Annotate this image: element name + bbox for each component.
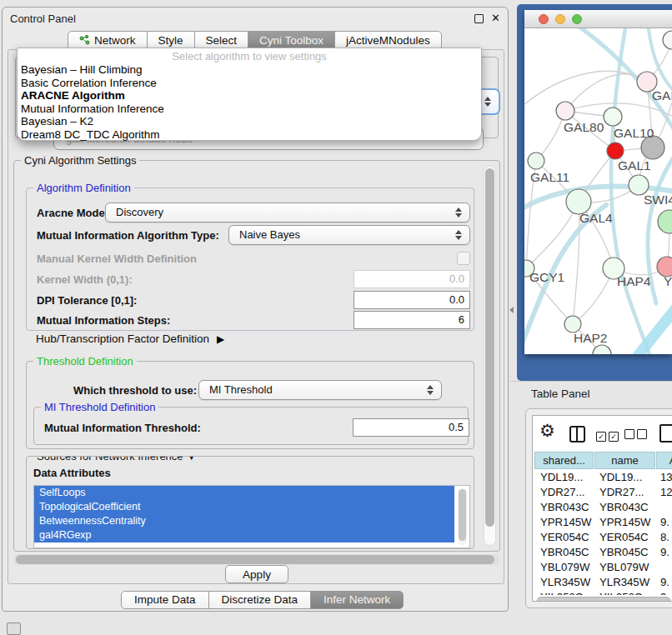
mi-steps-label: Mutual Information Steps: <box>37 314 170 327</box>
node-gal80[interactable] <box>556 102 574 120</box>
node-label-gal: GAL <box>652 88 672 102</box>
table-cell: YDR27... <box>534 485 594 500</box>
float-window-icon[interactable] <box>474 14 484 23</box>
network-view-window: GALGAL80GAL10GAL1GAL11SWI4GAL4GCY1HAP4YH… <box>524 10 672 354</box>
table-row[interactable]: YBL079WYBL079W <box>534 560 672 575</box>
select-all-icon[interactable]: ✓✓ <box>596 429 621 442</box>
attribute-betweennesscentrality[interactable]: BetweennessCentrality <box>34 514 454 528</box>
which-threshold-combobox[interactable]: MI Threshold <box>198 380 442 400</box>
dropdown-option-mutual-information-inference[interactable]: Mutual Information Inference <box>18 102 481 116</box>
node-hap2[interactable] <box>564 316 581 332</box>
table-cell: YPR145W <box>534 515 594 530</box>
table-horizontal-scrollbar-thumb[interactable] <box>537 597 670 602</box>
attributes-list-scrollbar[interactable] <box>458 488 467 545</box>
sources-group: Sources for Network Inference ▼ Data Att… <box>26 456 474 549</box>
combo-arrows-icon <box>455 208 463 218</box>
node-label-gal11: GAL11 <box>530 170 569 184</box>
settings-vertical-scrollbar-thumb[interactable] <box>485 168 494 527</box>
apply-button[interactable]: Apply <box>225 565 288 583</box>
panel-divider <box>510 381 672 382</box>
node-green-right[interactable] <box>658 210 672 233</box>
table-header-row: shared...nameA <box>534 452 672 469</box>
mi-steps-field[interactable]: 6 <box>354 311 470 329</box>
dpi-tolerance-label: DPI Tolerance [0,1]: <box>37 294 137 307</box>
data-attributes-list[interactable]: SelfLoopsTopologicalCoefficientBetweenne… <box>33 485 470 548</box>
table-row[interactable]: YBR045CYBR045C9. <box>534 545 672 560</box>
column-header-a[interactable]: A <box>656 452 672 469</box>
table-row[interactable]: YDL19...YDL19...13 <box>534 470 672 485</box>
dropdown-option-basic-correlation-inference[interactable]: Basic Correlation Inference <box>18 77 481 90</box>
expanded-arrow-icon[interactable]: ▼ <box>186 456 197 462</box>
unchecked-box-icon <box>637 429 647 439</box>
node-red[interactable] <box>607 142 624 159</box>
dropdown-option-aracne-algorithm[interactable]: ARACNE Algorithm <box>18 89 481 102</box>
which-threshold-label: Which threshold to use: <box>73 384 197 397</box>
close-traffic-light[interactable] <box>539 14 549 24</box>
dropdown-option-dream8-dc-tdc-algorithm[interactable]: Dream8 DC_TDC Algorithm <box>18 128 481 142</box>
attribute-gal4rgexp[interactable]: gal4RGexp <box>34 528 454 542</box>
kernel-width-field: 0.0 <box>354 270 470 288</box>
table-cell: YBL079W <box>534 560 594 575</box>
table-row[interactable]: YLR345WYLR345W9. <box>534 575 672 590</box>
table-cell: YDL19... <box>534 470 594 485</box>
table-cell: 9. <box>654 575 672 590</box>
table-export-icon[interactable] <box>659 424 672 442</box>
deselect-all-icon[interactable] <box>624 429 649 442</box>
node-label-hap4: HAP4 <box>617 274 651 288</box>
table-row[interactable]: YIL052CYIL052C9 <box>534 590 672 595</box>
combo-arrows-icon <box>484 97 492 107</box>
combo-arrows-icon <box>427 385 434 395</box>
mi-algorithm-type-combobox[interactable]: Naive Bayes <box>228 225 470 245</box>
minimize-traffic-light[interactable] <box>555 14 565 24</box>
zoom-traffic-light[interactable] <box>572 14 582 24</box>
attribute-topologicalcoefficient[interactable]: TopologicalCoefficient <box>34 500 454 514</box>
table-cell: YBR043C <box>534 500 594 515</box>
column-header-shared[interactable]: shared... <box>534 452 594 469</box>
dropdown-option-bayesian-hill-climbing[interactable]: Bayesian – Hill Climbing <box>18 63 481 77</box>
aracne-mode-combobox[interactable]: Discovery <box>105 202 470 222</box>
table-row[interactable]: YER054CYER054C8. <box>534 530 672 545</box>
tab-discretize-data[interactable]: Discretize Data <box>208 591 312 609</box>
network-icon <box>79 35 90 46</box>
node-gal10[interactable] <box>604 108 622 126</box>
minimized-panel-icon[interactable] <box>7 622 21 635</box>
tab-infer-network[interactable]: Infer Network <box>310 591 404 609</box>
settings-horizontal-scrollbar-thumb[interactable] <box>16 555 494 564</box>
table-cell: YBR043C <box>594 500 654 515</box>
control-panel-titlebar: Control Panel ✕ <box>3 8 508 29</box>
table-cell <box>654 500 672 515</box>
column-visibility-icon[interactable] <box>569 426 585 442</box>
table-row[interactable]: YBR043CYBR043C <box>534 500 672 515</box>
collapsed-arrow-icon[interactable]: ▶ <box>217 333 224 345</box>
network-graph[interactable]: GALGAL80GAL10GAL1GAL11SWI4GAL4GCY1HAP4YH… <box>524 28 672 354</box>
node-gal11[interactable] <box>528 152 544 169</box>
table-horizontal-scrollbar[interactable] <box>536 597 672 602</box>
close-icon[interactable]: ✕ <box>491 12 500 24</box>
attributes-list-scrollbar-thumb[interactable] <box>459 489 466 541</box>
algorithm-definition-title: Algorithm Definition <box>33 182 134 194</box>
column-header-name[interactable]: name <box>594 452 655 469</box>
network-canvas[interactable]: GALGAL80GAL10GAL1GAL11SWI4GAL4GCY1HAP4YH… <box>524 28 672 354</box>
threshold-definition-group: Threshold Definition Which threshold to … <box>26 361 474 449</box>
node-top-cut[interactable] <box>663 31 672 49</box>
table-row[interactable]: YPR145WYPR145W9. <box>534 515 672 530</box>
attribute-selfloops[interactable]: SelfLoops <box>34 486 454 500</box>
node-label-hap2: HAP2 <box>574 331 608 345</box>
table-cell: YER054C <box>534 530 594 545</box>
settings-vertical-scrollbar[interactable] <box>484 166 496 546</box>
dropdown-option-bayesian-k2[interactable]: Bayesian – K2 <box>18 115 481 128</box>
dpi-tolerance-field[interactable]: 0.0 <box>354 291 470 309</box>
dropdown-options: Bayesian – Hill ClimbingBasic Correlatio… <box>18 63 481 141</box>
tab-label: Select <box>206 32 238 49</box>
table-row[interactable]: YDR27...YDR27...12 <box>534 485 672 500</box>
gear-icon[interactable]: ⚙ <box>539 422 555 439</box>
hub-transcription-factor-section[interactable]: Hub/Transcription Factor Definition▶ <box>36 332 224 345</box>
data-attributes-header: Data Attributes <box>33 467 111 479</box>
table-cell: YDL19... <box>594 470 654 485</box>
tab-impute-data[interactable]: Impute Data <box>121 591 209 609</box>
table-cell: YLR345W <box>594 575 654 590</box>
settings-horizontal-scrollbar[interactable] <box>13 554 500 565</box>
splitter-collapse-icon[interactable] <box>509 307 514 313</box>
table-panel-title: Table Panel <box>531 388 590 400</box>
mi-threshold-field[interactable]: 0.5 <box>353 418 469 437</box>
